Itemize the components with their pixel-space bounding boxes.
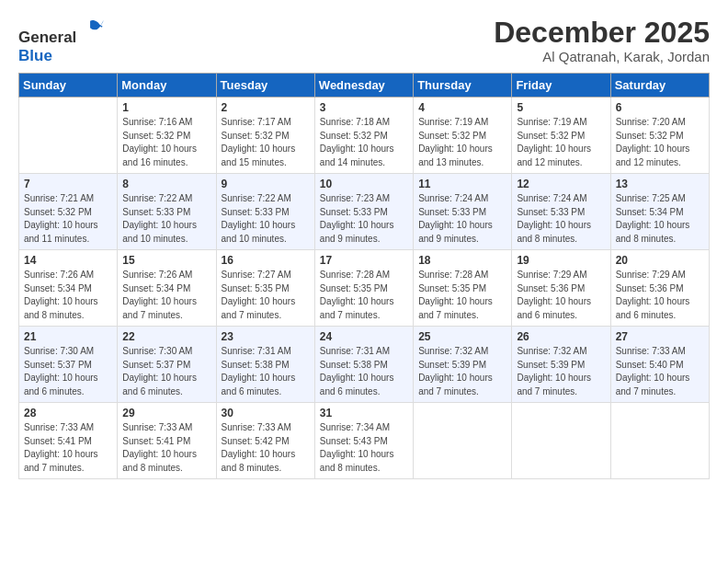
day-number: 26 (517, 330, 605, 343)
day-number: 20 (616, 254, 704, 267)
logo: General Blue (18, 17, 104, 65)
calendar-cell: 30 Sunrise: 7:33 AMSunset: 5:42 PMDaylig… (216, 403, 314, 479)
calendar-cell: 24 Sunrise: 7:31 AMSunset: 5:38 PMDaylig… (314, 327, 413, 403)
cell-info: Sunrise: 7:26 AMSunset: 5:34 PMDaylight:… (122, 270, 197, 320)
day-number: 13 (616, 178, 704, 190)
cell-info: Sunrise: 7:33 AMSunset: 5:41 PMDaylight:… (122, 422, 197, 473)
calendar-cell (19, 98, 118, 174)
day-number: 15 (122, 254, 210, 267)
cell-info: Sunrise: 7:31 AMSunset: 5:38 PMDaylight:… (320, 346, 394, 396)
day-number: 19 (517, 254, 605, 267)
weekday-header: Sunday (19, 74, 118, 98)
calendar-cell: 11 Sunrise: 7:24 AMSunset: 5:33 PMDaylig… (414, 174, 512, 250)
cell-info: Sunrise: 7:33 AMSunset: 5:42 PMDaylight:… (222, 422, 296, 473)
day-number: 21 (24, 330, 112, 343)
calendar-cell: 19 Sunrise: 7:29 AMSunset: 5:36 PMDaylig… (512, 250, 610, 327)
day-number: 4 (418, 101, 506, 114)
calendar-cell: 9 Sunrise: 7:22 AMSunset: 5:33 PMDayligh… (216, 174, 314, 250)
calendar-week-row: 21 Sunrise: 7:30 AMSunset: 5:37 PMDaylig… (19, 327, 710, 403)
calendar-week-row: 7 Sunrise: 7:21 AMSunset: 5:32 PMDayligh… (19, 174, 710, 250)
cell-info: Sunrise: 7:22 AMSunset: 5:33 PMDaylight:… (222, 193, 296, 244)
calendar-cell (610, 403, 709, 479)
calendar-cell: 27 Sunrise: 7:33 AMSunset: 5:40 PMDaylig… (610, 327, 709, 403)
calendar-cell: 15 Sunrise: 7:26 AMSunset: 5:34 PMDaylig… (118, 250, 216, 327)
day-number: 23 (222, 330, 310, 343)
day-number: 24 (320, 330, 408, 343)
cell-info: Sunrise: 7:16 AMSunset: 5:32 PMDaylight:… (122, 117, 197, 167)
calendar-cell: 17 Sunrise: 7:28 AMSunset: 5:35 PMDaylig… (314, 250, 413, 327)
cell-info: Sunrise: 7:19 AMSunset: 5:32 PMDaylight:… (517, 117, 591, 167)
calendar-cell: 16 Sunrise: 7:27 AMSunset: 5:35 PMDaylig… (216, 250, 314, 327)
calendar-cell: 12 Sunrise: 7:24 AMSunset: 5:33 PMDaylig… (512, 174, 610, 250)
cell-info: Sunrise: 7:32 AMSunset: 5:39 PMDaylight:… (418, 346, 493, 396)
weekday-header: Thursday (414, 74, 512, 98)
calendar-cell: 21 Sunrise: 7:30 AMSunset: 5:37 PMDaylig… (19, 327, 118, 403)
weekday-header: Monday (118, 74, 216, 98)
cell-info: Sunrise: 7:34 AMSunset: 5:43 PMDaylight:… (320, 422, 394, 473)
cell-info: Sunrise: 7:32 AMSunset: 5:39 PMDaylight:… (517, 346, 591, 396)
day-number: 3 (320, 101, 408, 114)
day-number: 10 (320, 178, 408, 190)
logo-text: General Blue (18, 17, 104, 65)
cell-info: Sunrise: 7:33 AMSunset: 5:41 PMDaylight:… (24, 422, 98, 473)
calendar-cell: 29 Sunrise: 7:33 AMSunset: 5:41 PMDaylig… (118, 403, 216, 479)
cell-info: Sunrise: 7:21 AMSunset: 5:32 PMDaylight:… (24, 193, 98, 244)
logo-bird-icon (78, 17, 104, 42)
calendar-cell: 6 Sunrise: 7:20 AMSunset: 5:32 PMDayligh… (610, 98, 709, 174)
day-number: 22 (122, 330, 210, 343)
day-number: 25 (418, 330, 506, 343)
month-title: December 2025 (494, 17, 710, 49)
calendar-cell: 23 Sunrise: 7:31 AMSunset: 5:38 PMDaylig… (216, 327, 314, 403)
cell-info: Sunrise: 7:30 AMSunset: 5:37 PMDaylight:… (122, 346, 197, 396)
calendar-week-row: 1 Sunrise: 7:16 AMSunset: 5:32 PMDayligh… (19, 98, 710, 174)
calendar-week-row: 14 Sunrise: 7:26 AMSunset: 5:34 PMDaylig… (19, 250, 710, 327)
weekday-header: Tuesday (216, 74, 314, 98)
calendar-cell: 7 Sunrise: 7:21 AMSunset: 5:32 PMDayligh… (19, 174, 118, 250)
calendar-cell: 22 Sunrise: 7:30 AMSunset: 5:37 PMDaylig… (118, 327, 216, 403)
calendar-cell: 10 Sunrise: 7:23 AMSunset: 5:33 PMDaylig… (314, 174, 413, 250)
day-number: 6 (616, 101, 704, 114)
calendar-cell: 26 Sunrise: 7:32 AMSunset: 5:39 PMDaylig… (512, 327, 610, 403)
calendar-cell: 28 Sunrise: 7:33 AMSunset: 5:41 PMDaylig… (19, 403, 118, 479)
cell-info: Sunrise: 7:24 AMSunset: 5:33 PMDaylight:… (517, 193, 591, 244)
calendar-table: SundayMondayTuesdayWednesdayThursdayFrid… (18, 73, 710, 479)
day-number: 17 (320, 254, 408, 267)
cell-info: Sunrise: 7:31 AMSunset: 5:38 PMDaylight:… (222, 346, 296, 396)
calendar-cell: 2 Sunrise: 7:17 AMSunset: 5:32 PMDayligh… (216, 98, 314, 174)
day-number: 16 (222, 254, 310, 267)
cell-info: Sunrise: 7:28 AMSunset: 5:35 PMDaylight:… (320, 270, 394, 320)
title-block: December 2025 Al Qatranah, Karak, Jordan (494, 17, 710, 64)
calendar-cell: 20 Sunrise: 7:29 AMSunset: 5:36 PMDaylig… (610, 250, 709, 327)
logo-blue: Blue (18, 47, 52, 64)
day-number: 27 (616, 330, 704, 343)
calendar-cell: 8 Sunrise: 7:22 AMSunset: 5:33 PMDayligh… (118, 174, 216, 250)
day-number: 28 (24, 407, 112, 419)
calendar-week-row: 28 Sunrise: 7:33 AMSunset: 5:41 PMDaylig… (19, 403, 710, 479)
cell-info: Sunrise: 7:27 AMSunset: 5:35 PMDaylight:… (222, 270, 296, 320)
calendar-cell: 14 Sunrise: 7:26 AMSunset: 5:34 PMDaylig… (19, 250, 118, 327)
calendar-cell: 13 Sunrise: 7:25 AMSunset: 5:34 PMDaylig… (610, 174, 709, 250)
cell-info: Sunrise: 7:26 AMSunset: 5:34 PMDaylight:… (24, 270, 98, 320)
day-number: 2 (222, 101, 310, 114)
calendar-cell: 3 Sunrise: 7:18 AMSunset: 5:32 PMDayligh… (314, 98, 413, 174)
weekday-header: Friday (512, 74, 610, 98)
cell-info: Sunrise: 7:25 AMSunset: 5:34 PMDaylight:… (616, 193, 690, 244)
day-number: 30 (222, 407, 310, 419)
cell-info: Sunrise: 7:28 AMSunset: 5:35 PMDaylight:… (418, 270, 493, 320)
location-title: Al Qatranah, Karak, Jordan (494, 49, 710, 64)
day-number: 11 (418, 178, 506, 190)
logo-general: General (18, 29, 76, 46)
calendar-cell: 31 Sunrise: 7:34 AMSunset: 5:43 PMDaylig… (314, 403, 413, 479)
day-number: 14 (24, 254, 112, 267)
calendar-cell (512, 403, 610, 479)
cell-info: Sunrise: 7:29 AMSunset: 5:36 PMDaylight:… (616, 270, 690, 320)
calendar-cell: 5 Sunrise: 7:19 AMSunset: 5:32 PMDayligh… (512, 98, 610, 174)
day-number: 8 (122, 178, 210, 190)
calendar-cell: 25 Sunrise: 7:32 AMSunset: 5:39 PMDaylig… (414, 327, 512, 403)
cell-info: Sunrise: 7:22 AMSunset: 5:33 PMDaylight:… (122, 193, 197, 244)
day-number: 1 (122, 101, 210, 114)
cell-info: Sunrise: 7:33 AMSunset: 5:40 PMDaylight:… (616, 346, 690, 396)
day-number: 7 (24, 178, 112, 190)
cell-info: Sunrise: 7:29 AMSunset: 5:36 PMDaylight:… (517, 270, 591, 320)
day-number: 18 (418, 254, 506, 267)
